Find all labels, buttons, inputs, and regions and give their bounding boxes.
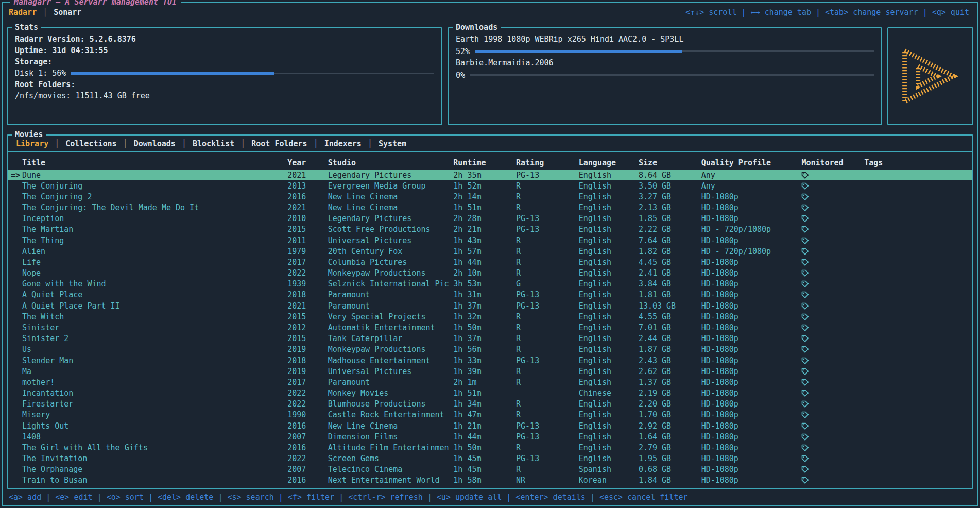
table-row[interactable]: Ma2019Universal Pictures1h 39mREnglish2.… — [8, 366, 972, 377]
table-row[interactable]: mother!2017Paramount2h 1mREnglish1.37 GB… — [8, 377, 972, 387]
movie-title-text: The Invitation — [22, 454, 87, 463]
tab-root-folders[interactable]: Root Folders — [245, 139, 313, 148]
cell-title: A Quiet Place — [8, 290, 287, 299]
table-row[interactable]: Us2019Monkeypaw Productions1h 56mREnglis… — [8, 344, 972, 355]
cell-title: The Orphanage — [8, 465, 287, 474]
monitored-tag-icon — [801, 215, 809, 223]
table-row[interactable]: The Orphanage2007Telecinco Cinema1h 45mR… — [8, 464, 972, 475]
cell-rating: PG-13 — [516, 454, 579, 463]
cell-year: 2016 — [287, 421, 328, 431]
table-row[interactable]: Alien197920th Century Fox1h 57mREnglish1… — [8, 246, 972, 257]
cell-title: Incantation — [8, 388, 287, 398]
table-row[interactable]: A Quiet Place2018Paramount1h 31mPG-13Eng… — [8, 290, 972, 300]
table-row[interactable]: The Conjuring2013Evergreen Media Group1h… — [8, 180, 972, 191]
download-percent-label: 0% — [456, 71, 465, 80]
download-progress-gauge — [470, 74, 874, 76]
table-row[interactable]: The Conjuring 22016New Line Cinema2h 14m… — [8, 191, 972, 202]
tab-library[interactable]: Library — [10, 139, 55, 148]
movie-title-text: Slender Man — [22, 356, 73, 365]
tab-blocklist[interactable]: Blocklist — [186, 139, 240, 148]
table-row[interactable]: The Conjuring: The Devil Made Me Do It20… — [8, 202, 972, 213]
movie-title-text: The Witch — [22, 312, 64, 321]
cell-studio: Blumhouse Productions — [328, 399, 453, 409]
movie-title-text: A Quiet Place — [22, 290, 82, 299]
cell-monitored — [801, 171, 864, 180]
cell-studio: Paramount — [328, 301, 453, 311]
movies-table-header: TitleYearStudioRuntimeRatingLanguageSize… — [8, 156, 972, 170]
cell-runtime: 1h 50m — [453, 443, 516, 452]
table-row[interactable]: A Quiet Place Part II2021Paramount1h 37m… — [8, 300, 972, 311]
cell-size: 1.64 GB — [639, 432, 701, 442]
cell-year: 2010 — [287, 214, 328, 223]
cell-studio: Next Entertainment World — [328, 476, 453, 485]
monitored-tag-icon — [801, 172, 809, 179]
cell-quality-profile: HD-1080p — [701, 432, 802, 442]
table-row[interactable]: The Thing2011Universal Pictures1h 43mREn… — [8, 235, 972, 246]
cell-monitored — [801, 443, 864, 452]
table-row[interactable]: Inception2010Legendary Pictures2h 28mPG-… — [8, 213, 972, 224]
storage-label: Storage: — [15, 57, 52, 66]
tab-collections[interactable]: Collections — [59, 139, 123, 148]
gauge-track — [274, 73, 434, 74]
table-row[interactable]: The Girl with All the Gifts2016Altitude … — [8, 442, 972, 453]
cell-runtime: 3h 53m — [453, 279, 516, 289]
table-row[interactable]: =>Dune2021Legendary Pictures2h 35mPG-13E… — [8, 170, 972, 180]
table-row[interactable]: Train to Busan2016Next Entertainment Wor… — [8, 475, 972, 486]
cell-title: The Witch — [8, 312, 287, 321]
table-row[interactable]: Incantation2022Monkey Movies1h 51mChines… — [8, 387, 972, 398]
table-row[interactable]: Lights Out2016New Line Cinema1h 21mPG-13… — [8, 420, 972, 431]
cell-studio: Selznick International Pic — [328, 279, 453, 289]
table-row[interactable]: Firestarter2022Blumhouse Productions1h 3… — [8, 399, 972, 410]
cell-studio: Monkeypaw Productions — [328, 268, 453, 278]
cell-year: 2017 — [287, 258, 328, 267]
cell-size: 2.20 GB — [639, 399, 701, 409]
table-row[interactable]: The Witch2015Very Special Projects1h 32m… — [8, 311, 972, 322]
servarr-tab-bar: Radarr│Sonarr — [9, 8, 81, 17]
cell-title: Alien — [8, 247, 287, 256]
monitored-tag-icon — [801, 477, 809, 484]
managarr-logo — [897, 46, 963, 107]
table-row[interactable]: Sinister2012Automatik Entertainment1h 50… — [8, 322, 972, 333]
cell-monitored — [801, 476, 864, 485]
table-row[interactable]: Gone with the Wind1939Selznick Internati… — [8, 279, 972, 290]
cell-studio: Altitude Film Entertainmen — [328, 443, 453, 452]
stats-panel-title: Stats — [12, 23, 41, 32]
cell-size: 2.62 GB — [639, 367, 701, 376]
movies-panel-title: Movies — [12, 130, 46, 139]
tab-downloads[interactable]: Downloads — [128, 139, 182, 148]
cell-size: 2.13 GB — [639, 203, 701, 212]
cell-quality-profile: HD-1080p — [701, 399, 802, 409]
table-row[interactable]: The Invitation2022Screen Gems1h 45mPG-13… — [8, 453, 972, 464]
table-row[interactable]: Life2017Columbia Pictures1h 44mREnglish4… — [8, 257, 972, 267]
table-row[interactable]: Sinister 22015Tank Caterpillar1h 37mREng… — [8, 333, 972, 344]
cell-quality-profile: HD-1080p — [701, 388, 802, 398]
cell-title: Gone with the Wind — [8, 279, 287, 289]
servarr-tab-sonarr[interactable]: Sonarr — [54, 8, 81, 17]
monitored-tag-icon — [801, 466, 809, 473]
cell-runtime: 1h 57m — [453, 247, 516, 256]
cell-studio: Tank Caterpillar — [328, 334, 453, 343]
column-header-runtime: Runtime — [453, 158, 516, 167]
servarr-tab-radarr[interactable]: Radarr — [9, 8, 37, 17]
tab-system[interactable]: System — [372, 139, 412, 148]
cell-studio: New Line Cinema — [328, 192, 453, 201]
monitored-tag-icon — [801, 226, 809, 233]
table-row[interactable]: Misery1990Castle Rock Entertainment1h 47… — [8, 410, 972, 420]
cell-language: Korean — [579, 476, 639, 485]
tab-indexers[interactable]: Indexers — [318, 139, 368, 148]
cell-size: 1.85 GB — [639, 214, 701, 223]
table-row[interactable]: 14082007Dimension Films1h 44mPG-13Englis… — [8, 431, 972, 442]
cell-year: 2013 — [287, 181, 328, 191]
cell-studio: Universal Pictures — [328, 236, 453, 245]
cell-size: 3.84 GB — [639, 279, 701, 289]
cell-rating: R — [516, 203, 579, 212]
tab-divider: │ — [55, 139, 59, 148]
gauge-track — [682, 50, 874, 52]
table-row[interactable]: The Martian2015Scott Free Productions2h … — [8, 224, 972, 235]
cell-title: The Conjuring — [8, 181, 287, 191]
table-row[interactable]: Nope2022Monkeypaw Productions2h 10mREngl… — [8, 268, 972, 279]
gauge-fill — [475, 50, 682, 53]
cell-year: 2019 — [287, 367, 328, 376]
download-item-progress: 0% — [456, 69, 874, 81]
table-row[interactable]: Slender Man2018Madhouse Entertainment1h … — [8, 355, 972, 366]
